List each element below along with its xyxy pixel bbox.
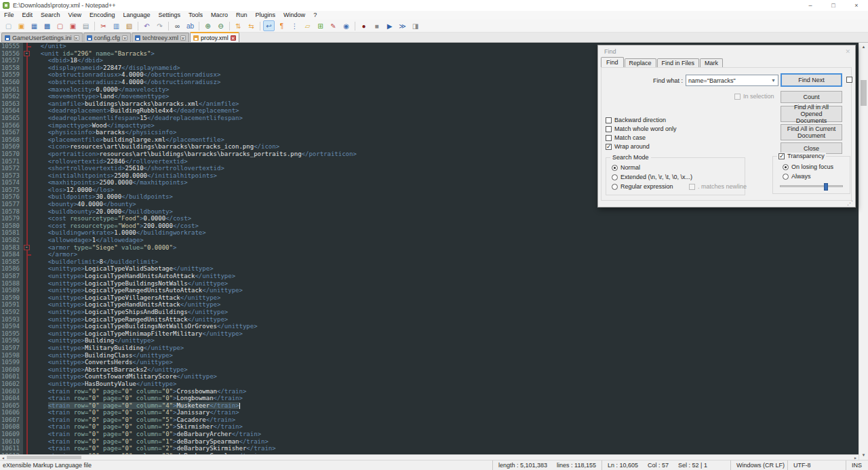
code-text[interactable]: <animfile>buildings\barracks\barracks.xm… xyxy=(32,100,239,108)
code-text[interactable]: <los>12.0000</los> xyxy=(32,187,114,194)
code-text[interactable]: <train row="0" page="0" column="0">Longb… xyxy=(32,395,243,402)
fold-margin[interactable]: - xyxy=(23,50,32,58)
code-line[interactable]: 10586 <unittype>LogicalTypeValidSabotage… xyxy=(0,265,859,273)
code-line[interactable]: 10578 <buildbounty>20.0000</buildbounty> xyxy=(0,208,859,216)
code-line[interactable]: 10591 <unittype>LogicalTypeHandUnitsAtta… xyxy=(0,301,859,309)
line-number[interactable]: 10574 xyxy=(0,179,23,187)
fold-margin[interactable] xyxy=(23,107,32,115)
code-text[interactable]: <initialhitpoints>2500.0000</initialhitp… xyxy=(32,172,217,180)
sync-horizontal-scrolling-icon[interactable]: ⇆ xyxy=(245,20,257,31)
zoom-in-icon[interactable]: ⊕ xyxy=(202,20,214,31)
line-number[interactable]: 10591 xyxy=(0,301,23,309)
code-line[interactable]: 10595 <unittype>LogicalTypeMinimapFilter… xyxy=(0,330,859,338)
fold-margin[interactable] xyxy=(23,143,32,151)
line-number[interactable]: 10555 xyxy=(0,43,23,50)
code-text[interactable]: <train row="0" page="0" column="5">Cacad… xyxy=(32,416,235,424)
vertical-scrollbar[interactable]: ▲ ▼ xyxy=(859,43,868,460)
code-text[interactable]: <obstructionradiusx>4.0000</obstructionr… xyxy=(32,71,220,79)
code-line[interactable]: 10599 <unittype>ConvertsHerds</unittype> xyxy=(0,359,859,366)
code-text[interactable]: <maxvelocity>0.0000</maxvelocity> xyxy=(32,86,170,94)
menu-edit[interactable]: Edit xyxy=(18,11,37,20)
code-line[interactable]: 10601 <unittype>CountsTowardMilitaryScor… xyxy=(0,373,859,380)
line-number[interactable]: 10609 xyxy=(0,431,23,438)
code-line[interactable]: 10590 <unittype>LogicalTypeVillagersAtta… xyxy=(0,294,859,302)
line-number[interactable]: 10560 xyxy=(0,79,23,86)
line-number[interactable]: 10599 xyxy=(0,359,23,366)
horizontal-scrollbar-thumb[interactable] xyxy=(7,456,81,459)
menu-settings[interactable]: Settings xyxy=(155,11,185,20)
cut-icon[interactable]: ✂ xyxy=(98,20,109,31)
menu-macro[interactable]: Macro xyxy=(207,11,232,20)
code-text[interactable]: <shortrollovertextid>25610</shortrollove… xyxy=(32,165,224,172)
code-text[interactable]: <train row="0" page="0" column="5">Skirm… xyxy=(32,423,243,431)
line-number[interactable]: 10602 xyxy=(0,380,23,388)
fold-margin[interactable] xyxy=(23,86,32,94)
line-number[interactable]: 10611 xyxy=(0,445,23,452)
backward-direction-checkbox-box[interactable] xyxy=(606,117,612,123)
line-number[interactable]: 10576 xyxy=(0,193,23,201)
fold-margin[interactable] xyxy=(23,79,32,86)
save-icon[interactable]: ▦ xyxy=(28,20,40,31)
fold-margin[interactable] xyxy=(23,136,32,144)
fold-collapse-icon[interactable]: - xyxy=(24,51,30,56)
fold-margin[interactable] xyxy=(23,158,32,165)
scroll-down-arrow-icon[interactable]: ▼ xyxy=(859,451,868,460)
code-text[interactable]: <deadreplacementlifespan>15</deadreplace… xyxy=(32,115,243,122)
fold-margin[interactable] xyxy=(23,237,32,244)
scroll-left-arrow-icon[interactable]: ◀ xyxy=(0,455,6,460)
code-text[interactable]: <buildpoints>30.0000</buildpoints> xyxy=(32,193,173,201)
fold-margin[interactable] xyxy=(23,294,32,302)
line-number[interactable]: 10610 xyxy=(0,438,23,446)
code-text[interactable]: <movementtype>land</movementtype> xyxy=(32,93,170,100)
paste-icon[interactable]: ▧ xyxy=(123,20,135,31)
transparency-slider[interactable] xyxy=(780,185,843,187)
code-text[interactable]: <unittype>BuildingClass</unittype> xyxy=(32,352,173,359)
code-text[interactable]: <cost resourcetype="Wood">200.0000</cost… xyxy=(32,222,199,230)
menu-view[interactable]: View xyxy=(64,11,85,20)
fold-margin[interactable] xyxy=(23,215,32,222)
folder-as-workspace-icon[interactable]: ✎ xyxy=(328,20,339,31)
code-text[interactable]: <buildingworkrate>1.0000</buildingworkra… xyxy=(32,229,206,237)
line-number[interactable]: 10575 xyxy=(0,187,23,194)
fold-margin[interactable]: - xyxy=(23,244,32,252)
code-line[interactable]: 10603 <train row="0" page="0" column="0"… xyxy=(0,388,859,395)
code-text[interactable]: </unit> xyxy=(32,43,66,50)
zoom-out-icon[interactable]: ⊖ xyxy=(215,20,226,31)
code-text[interactable]: <train row="0" page="0" column="4">Muske… xyxy=(32,402,240,410)
open-folder-icon[interactable]: ▣ xyxy=(16,20,27,31)
search-mode-normal-radio-circle[interactable] xyxy=(612,165,618,171)
wrap-around-checkbox[interactable]: Wrap around xyxy=(606,143,650,150)
fold-margin[interactable] xyxy=(23,323,32,330)
fold-margin[interactable] xyxy=(23,187,32,194)
line-number[interactable]: 10563 xyxy=(0,100,23,108)
code-text[interactable]: <unittype>HasBountyValue</unittype> xyxy=(32,380,176,388)
fold-margin[interactable] xyxy=(23,402,32,410)
fold-margin[interactable] xyxy=(23,373,32,380)
code-text[interactable]: <unittype>ConvertsHerds</unittype> xyxy=(32,359,173,366)
line-number[interactable]: 10568 xyxy=(0,136,23,144)
line-number[interactable]: 10584 xyxy=(0,251,23,258)
transparency-slider-thumb[interactable] xyxy=(824,183,828,191)
line-number[interactable]: 10559 xyxy=(0,71,23,79)
transparency-on-losing-focus-radio-circle[interactable] xyxy=(783,164,789,170)
fold-margin[interactable] xyxy=(23,64,32,72)
code-text[interactable]: </armor> xyxy=(32,251,77,258)
code-line[interactable]: 10605 <train row="0" page="0" column="4"… xyxy=(0,402,859,410)
code-text[interactable]: <impacttype>Wood</impacttype> xyxy=(32,122,155,130)
line-number[interactable]: 10598 xyxy=(0,352,23,359)
line-number[interactable]: 10607 xyxy=(0,416,23,424)
fold-margin[interactable] xyxy=(23,309,32,316)
search-mode-regex-radio-circle[interactable] xyxy=(612,184,618,190)
code-text[interactable]: <displaynameid>22847</displaynameid> xyxy=(32,64,180,72)
line-number[interactable]: 10571 xyxy=(0,158,23,165)
fold-margin[interactable] xyxy=(23,352,32,359)
code-line[interactable]: 10585 <builderlimit>8</builderlimit> xyxy=(0,258,859,266)
fold-margin[interactable] xyxy=(23,416,32,424)
in-selection-checkbox[interactable]: In selection xyxy=(734,93,774,100)
indent-guide-icon[interactable]: ⋮ xyxy=(289,20,300,31)
match-case-checkbox[interactable]: Match case xyxy=(606,134,646,141)
code-line[interactable]: 10597 <unittype>MilitaryBuilding</unitty… xyxy=(0,345,859,352)
fold-margin[interactable] xyxy=(23,431,32,438)
macro-run-multiple-icon[interactable]: ≫ xyxy=(397,20,408,31)
line-number[interactable]: 10569 xyxy=(0,143,23,151)
